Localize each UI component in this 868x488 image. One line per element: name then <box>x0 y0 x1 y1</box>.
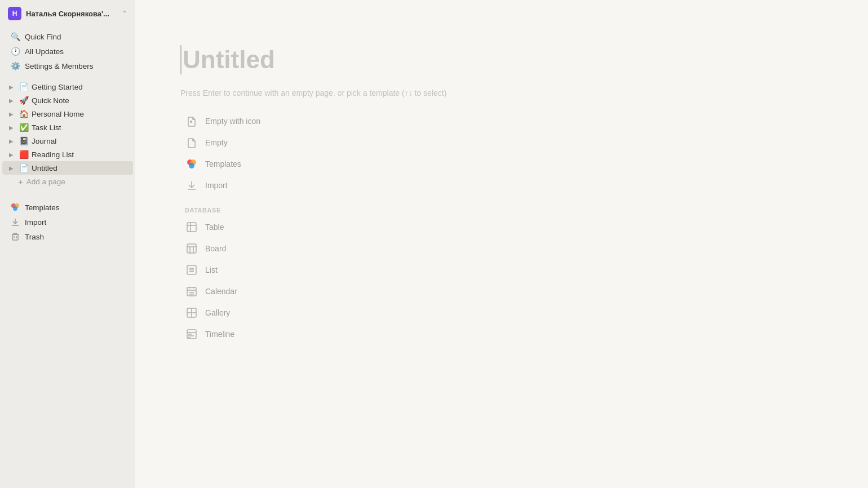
page-label-task-list: Task List <box>32 123 129 132</box>
sidebar-item-templates[interactable]: Templates <box>2 200 133 215</box>
option-timeline[interactable]: Timeline <box>180 324 597 344</box>
option-table[interactable]: Table <box>180 217 597 237</box>
sidebar-item-import[interactable]: Import <box>2 215 133 229</box>
chevron-right-icon: ▶ <box>7 97 16 104</box>
option-empty-with-icon[interactable]: Empty with icon <box>180 111 597 131</box>
option-import-label: Import <box>205 181 228 190</box>
svg-point-2 <box>13 206 17 211</box>
sidebar-bottom: Templates Import <box>0 200 135 244</box>
gallery-icon <box>185 306 198 320</box>
page-icon-getting-started: 📄 <box>18 82 29 91</box>
option-table-label: Table <box>205 223 224 232</box>
doc-icon <box>185 114 198 128</box>
table-icon <box>185 220 198 234</box>
sidebar: H Наталья Скорнякова'... ⌃ 🔍 Quick Find … <box>0 0 135 488</box>
all-updates-label: All Updates <box>25 47 64 56</box>
chevron-right-icon: ▶ <box>7 165 16 171</box>
page-label-reading-list: Reading List <box>32 150 129 159</box>
page-label-quick-note: Quick Note <box>32 96 129 105</box>
option-templates[interactable]: Templates <box>180 154 597 174</box>
chevron-right-icon: ▶ <box>7 138 16 144</box>
svg-point-11 <box>189 163 194 168</box>
option-calendar-label: Calendar <box>205 287 237 296</box>
template-options: Empty with icon Empty <box>180 111 597 196</box>
text-cursor <box>180 45 181 74</box>
sidebar-item-trash[interactable]: Trash <box>2 229 133 244</box>
sidebar-item-journal[interactable]: ▶ 📓 Journal <box>2 134 133 148</box>
page-label-untitled: Untitled <box>32 164 129 172</box>
database-options: Table Board <box>180 217 597 344</box>
board-icon <box>185 242 198 255</box>
page-label-journal: Journal <box>32 137 129 145</box>
sidebar-item-getting-started[interactable]: ▶ 📄 Getting Started <box>2 80 133 94</box>
timeline-icon <box>185 327 198 341</box>
chevron-right-icon: ▶ <box>7 125 16 131</box>
page-label-personal-home: Personal Home <box>32 110 129 118</box>
templates-colorful-icon <box>185 157 198 171</box>
sidebar-item-quick-find[interactable]: 🔍 Quick Find <box>2 29 133 44</box>
chevron-right-icon: ▶ <box>7 84 16 90</box>
option-empty-label: Empty <box>205 138 228 147</box>
svg-point-8 <box>190 121 192 123</box>
plus-icon: + <box>18 177 23 187</box>
page-icon-quick-note: 🚀 <box>18 96 29 105</box>
import-icon <box>10 218 20 227</box>
templates-icon <box>10 203 20 212</box>
option-import[interactable]: Import <box>180 175 597 196</box>
main-content: Untitled Press Enter to continue with an… <box>135 0 868 488</box>
option-board-label: Board <box>205 244 226 253</box>
option-list-label: List <box>205 265 218 274</box>
page-title-wrapper: Untitled <box>180 45 597 75</box>
database-section: DATABASE Table <box>180 207 597 344</box>
svg-rect-18 <box>187 244 196 253</box>
page-label-getting-started: Getting Started <box>32 83 129 91</box>
search-icon: 🔍 <box>10 32 20 41</box>
sidebar-item-personal-home[interactable]: ▶ 🏠 Personal Home <box>2 107 133 121</box>
option-timeline-label: Timeline <box>205 330 234 339</box>
chevron-right-icon: ▶ <box>7 111 16 117</box>
workspace-header[interactable]: H Наталья Скорнякова'... ⌃ <box>0 0 135 27</box>
add-page-button[interactable]: + Add a page <box>2 175 133 189</box>
list-icon <box>185 263 198 277</box>
option-calendar[interactable]: Calendar <box>180 281 597 301</box>
chevron-icon: ⌃ <box>122 10 127 17</box>
option-list[interactable]: List <box>180 260 597 280</box>
import-label: Import <box>25 218 46 227</box>
database-section-label: DATABASE <box>180 207 597 214</box>
option-gallery[interactable]: Gallery <box>180 303 597 323</box>
settings-members-label: Settings & Members <box>25 62 94 70</box>
page-icon-task-list: ✅ <box>18 123 29 132</box>
trash-label: Trash <box>25 233 44 241</box>
svg-rect-14 <box>187 223 196 232</box>
option-empty-with-icon-label: Empty with icon <box>205 117 260 126</box>
page-icon-personal-home: 🏠 <box>18 109 29 118</box>
pages-section: ▶ 📄 Getting Started ▶ 🚀 Quick Note ▶ 🏠 P… <box>0 80 135 189</box>
gear-icon: ⚙️ <box>10 61 20 70</box>
option-gallery-label: Gallery <box>205 308 230 317</box>
sidebar-item-all-updates[interactable]: 🕐 All Updates <box>2 44 133 59</box>
sidebar-nav: 🔍 Quick Find 🕐 All Updates ⚙️ Settings &… <box>0 27 135 76</box>
sidebar-item-untitled[interactable]: ▶ 📄 Untitled <box>2 161 133 175</box>
templates-label: Templates <box>25 203 60 212</box>
sidebar-item-reading-list[interactable]: ▶ 🟥 Reading List <box>2 148 133 161</box>
option-empty[interactable]: Empty <box>180 132 597 153</box>
chevron-right-icon: ▶ <box>7 152 16 158</box>
workspace-avatar: H <box>8 7 21 20</box>
option-board[interactable]: Board <box>180 238 597 259</box>
template-hint: Press Enter to continue with an empty pa… <box>180 88 597 97</box>
page-title[interactable]: Untitled <box>183 45 275 75</box>
empty-doc-icon <box>185 136 198 149</box>
svg-rect-5 <box>12 234 18 240</box>
trash-icon <box>10 232 20 241</box>
page-editor: Untitled Press Enter to continue with an… <box>135 0 643 367</box>
sidebar-item-settings-members[interactable]: ⚙️ Settings & Members <box>2 59 133 73</box>
sidebar-item-quick-note[interactable]: ▶ 🚀 Quick Note <box>2 94 133 107</box>
workspace-name: Наталья Скорнякова'... <box>26 10 117 18</box>
quick-find-label: Quick Find <box>25 33 61 41</box>
import-icon <box>185 179 198 192</box>
calendar-icon <box>185 285 198 298</box>
page-icon-journal: 📓 <box>18 136 29 145</box>
sidebar-item-task-list[interactable]: ▶ ✅ Task List <box>2 121 133 134</box>
page-icon-untitled: 📄 <box>18 163 29 172</box>
page-icon-reading-list: 🟥 <box>18 150 29 159</box>
